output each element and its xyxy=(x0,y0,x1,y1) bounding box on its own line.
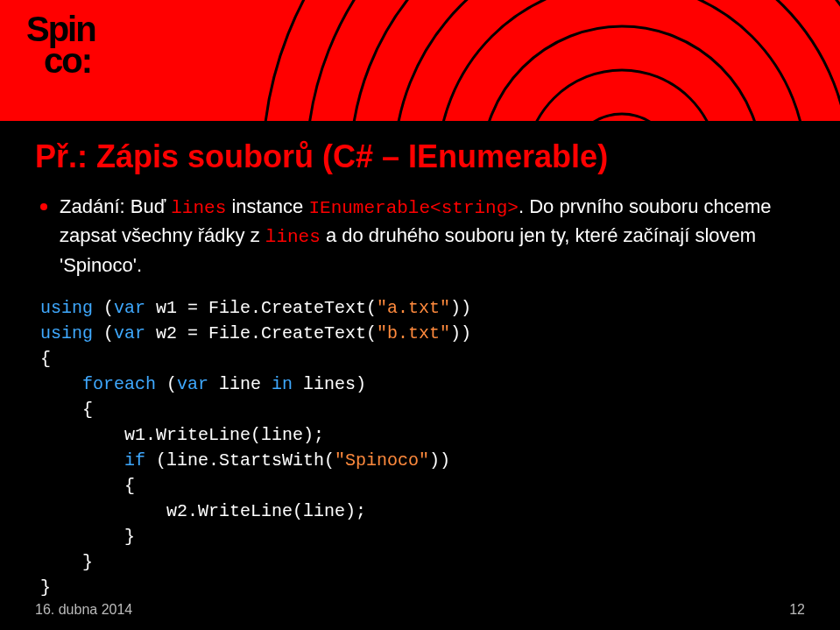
footer-date: 16. dubna 2014 xyxy=(35,602,132,618)
slide-content: Př.: Zápis souborů (C# – IEnumerable) Za… xyxy=(0,121,840,630)
svg-point-4 xyxy=(394,0,840,121)
footer-page: 12 xyxy=(789,602,805,618)
slide-banner: Spin co: xyxy=(0,0,840,121)
svg-point-6 xyxy=(307,0,840,121)
svg-point-1 xyxy=(526,70,718,121)
svg-point-7 xyxy=(263,0,840,121)
slide-title: Př.: Zápis souborů (C# – IEnumerable) xyxy=(35,138,805,175)
bullet-text: Zadání: Buď lines instance IEnumerable<s… xyxy=(60,193,805,280)
svg-point-0 xyxy=(569,114,674,121)
bullet-list: Zadání: Buď lines instance IEnumerable<s… xyxy=(40,193,805,280)
logo-line2: co: xyxy=(44,45,95,76)
svg-point-3 xyxy=(438,0,806,121)
decoration-rings xyxy=(228,0,840,121)
logo: Spin co: xyxy=(26,13,95,76)
bullet-item: Zadání: Buď lines instance IEnumerable<s… xyxy=(40,193,805,280)
slide-footer: 16. dubna 2014 12 xyxy=(35,602,805,618)
svg-point-2 xyxy=(482,26,762,121)
code-block: using (var w1 = File.CreateText("a.txt")… xyxy=(40,295,805,600)
svg-point-5 xyxy=(350,0,840,121)
inline-code: lines xyxy=(171,198,226,218)
inline-code: IEnumerable<string> xyxy=(308,198,518,218)
inline-code: lines xyxy=(265,227,321,247)
logo-line1: Spin xyxy=(26,13,95,45)
bullet-dot-icon xyxy=(40,203,47,210)
